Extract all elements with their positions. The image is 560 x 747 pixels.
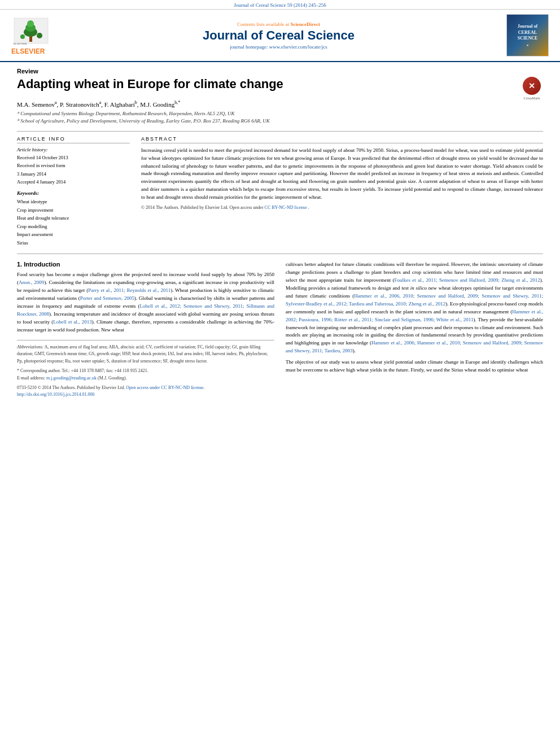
keyword-2: Crop improvement: [17, 206, 130, 214]
svg-point-5: [20, 34, 25, 39]
journal-header-center: Contents lists available at ScienceDirec…: [51, 21, 506, 50]
author-gooding: M.J. Gooding: [140, 101, 174, 108]
journal-reference-bar: Journal of Cereal Science 59 (2014) 245–…: [0, 0, 560, 10]
title-row: Adapting wheat in Europe for climate cha…: [17, 77, 543, 100]
sup-a2: a: [99, 100, 102, 105]
article-history-label: Article history:: [17, 147, 130, 152]
ref-hammer-knowledge: Hammer et al., 2006; Hammer et al., 2010…: [286, 340, 543, 353]
article-info-header: ARTICLE INFO: [17, 136, 130, 143]
section-number: 1.: [17, 261, 22, 268]
email-line: E-mail address: m.j.gooding@reading.ac.u…: [17, 375, 274, 382]
svg-point-6: [37, 33, 42, 38]
abbr-label: Abbreviations:: [17, 344, 43, 350]
accepted-date: Accepted 4 January 2014: [17, 178, 130, 186]
main-divider: [17, 254, 543, 254]
author-alghabari: F. Alghabari: [104, 101, 135, 108]
affiliation-a: ᵃ Computational and Systems Biology Depa…: [17, 110, 543, 118]
section-name: Introduction: [24, 261, 60, 268]
contents-text: Contents lists available at: [237, 21, 289, 27]
ref-hammer2002: Hammer et al., 2002; Passioura, 1996; Rö…: [286, 309, 543, 322]
journal-title: Journal of Cereal Science: [51, 28, 506, 43]
svg-point-4: [27, 20, 34, 27]
keywords-list: Wheat ideotype Crop improvement Heat and…: [17, 198, 130, 247]
intro-paragraph-1: Food security has become a major challen…: [17, 271, 274, 334]
ref-anon: Anon., 2009: [19, 279, 44, 285]
introduction-section: 1. Introduction Food security has become…: [17, 261, 543, 399]
abstract-text: Increasing cereal yield is needed to mee…: [141, 147, 543, 202]
cereal-science-logo: Journal ofCEREALSCIENCE ●: [506, 14, 549, 56]
cereal-logo-subtitle: ●: [527, 43, 529, 47]
homepage-url: www.elsevier.com/locate/jcs: [269, 44, 327, 50]
crossmark-block: ✕ CrossMark: [520, 77, 543, 100]
affiliations: ᵃ Computational and Systems Biology Depa…: [17, 110, 543, 125]
article-info-abstract: ARTICLE INFO Article history: Received 1…: [17, 131, 543, 247]
email-link: m.j.gooding@reading.ac.uk: [46, 375, 97, 381]
keyword-6: Sirius: [17, 239, 130, 247]
affiliation-b: ᵇ School of Agriculture, Policy and Deve…: [17, 117, 543, 125]
keyword-1: Wheat ideotype: [17, 198, 130, 206]
author-stratonovitch: P. Stratonovitch: [60, 101, 99, 108]
open-access-note: Open access under: [126, 385, 160, 390]
received-date: Received 14 October 2013: [17, 154, 130, 161]
intro-left-col: 1. Introduction Food security has become…: [17, 261, 274, 399]
elsevier-name: ELSEVIER: [11, 47, 45, 55]
article-info-col: ARTICLE INFO Article history: Received 1…: [17, 136, 130, 247]
homepage-prefix: journal homepage:: [230, 44, 269, 50]
intro-paragraph-2: cultivars better adapted for future clim…: [286, 261, 543, 355]
ref-parry: Parry et al., 2011; Reynolds et al., 201…: [88, 287, 170, 293]
cereal-logo-text: Journal ofCEREALSCIENCE: [518, 24, 538, 41]
author-semenov: M.A. Semenov: [17, 101, 55, 108]
ref-lobell2013: Lobell et al., 2013: [53, 319, 91, 325]
ref-lobell2012: Lobell et al., 2012; Semenov and Shewry,…: [17, 303, 274, 317]
section-title: 1. Introduction: [17, 261, 274, 268]
ref-foulkes: Foulkes et al., 2011; Semenov and Halfor…: [395, 277, 540, 283]
abbreviations-text: Abbreviations: A, maximum area of flag l…: [17, 344, 274, 365]
elsevier-tree-logo: ELSEVIER: [11, 15, 51, 46]
crossmark-label: CrossMark: [520, 96, 543, 100]
intro-paragraph-3: The objective of our study was to assess…: [286, 359, 543, 374]
svg-text:ELSEVIER: ELSEVIER: [14, 42, 27, 45]
intro-right-col: cultivars better adapted for future clim…: [286, 261, 543, 399]
article-history-items: Received 14 October 2013 Received in rev…: [17, 154, 130, 186]
sup-b1: b: [135, 100, 137, 105]
sciencedirect-link: Contents lists available at ScienceDirec…: [51, 21, 506, 27]
keyword-5: Impact assessment: [17, 230, 130, 238]
sciencedirect-name: ScienceDirect: [291, 21, 320, 27]
journal-reference-text: Journal of Cereal Science 59 (2014) 245–…: [234, 2, 326, 8]
article-title: Adapting wheat in Europe for climate cha…: [17, 77, 520, 91]
corresponding-author-note: * Corresponding author. Tel.: +44 118 37…: [17, 368, 274, 375]
abstract-col: ABSTRACT Increasing cereal yield is need…: [141, 136, 543, 247]
received-revised-label: Received in revised form: [17, 161, 130, 169]
footnotes: Abbreviations: A, maximum area of flag l…: [17, 340, 274, 399]
sup-a1: a: [55, 100, 57, 105]
cc-note: CC BY-NC-ND license: [161, 385, 203, 390]
copyright-line: © 2014 The Authors. Published by Elsevie…: [141, 205, 543, 210]
doi-line: http://dx.doi.org/10.1016/j.jcs.2014.01.…: [17, 391, 274, 399]
article-type: Review: [17, 68, 543, 75]
keyword-3: Heat and drought tolerance: [17, 214, 130, 222]
keywords-section: Keywords: Wheat ideotype Crop improvemen…: [17, 190, 130, 247]
keywords-label: Keywords:: [17, 190, 130, 196]
sup-b2: b,*: [174, 100, 180, 105]
cc-license-link: CC BY-NC-ND license: [265, 205, 307, 210]
copyright-text: © 2014 The Authors. Published by Elsevie…: [141, 205, 229, 210]
crossmark-icon: ✕: [523, 77, 541, 95]
in-silico: in silico: [410, 285, 427, 291]
revised-date: 3 January 2014: [17, 170, 130, 178]
issn-line: 0733-5210 © 2014 The Authors. Published …: [17, 385, 274, 392]
ref-porter: Porter and Semenov, 2005: [80, 295, 134, 301]
journal-homepage: journal homepage: www.elsevier.com/locat…: [51, 44, 506, 50]
keyword-4: Crop modelling: [17, 222, 130, 230]
elsevier-logo-block: ELSEVIER ELSEVIER: [11, 15, 51, 55]
journal-header: ELSEVIER ELSEVIER Contents lists availab…: [0, 10, 560, 62]
open-access-text: Open access under: [230, 205, 264, 210]
abstract-header: ABSTRACT: [141, 136, 543, 143]
authors-line: M.A. Semenova, P. Stratonovitcha, F. Alg…: [17, 100, 543, 108]
main-content: Review Adapting wheat in Europe for clim…: [0, 62, 560, 404]
ref-hammer2006: Hammer et al., 2006, 2010; Semenov and H…: [286, 293, 543, 307]
